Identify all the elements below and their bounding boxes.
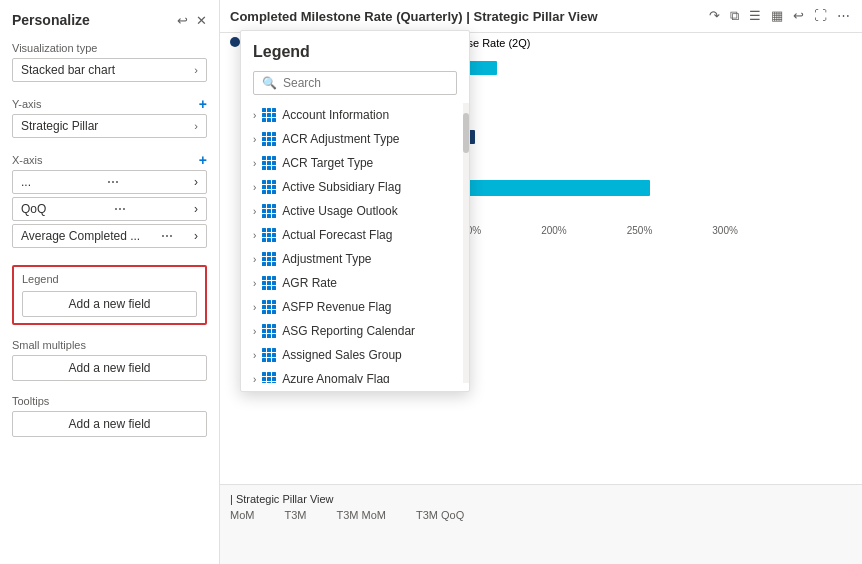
list-item[interactable]: › Active Subsidiary Flag [241, 175, 469, 199]
x-axis-field-1[interactable]: ... ⋯ › [12, 170, 207, 194]
item-label: ACR Target Type [282, 156, 373, 170]
small-multiples-section: Small multiples Add a new field [12, 339, 207, 381]
list-item[interactable]: › Active Usage Outlook [241, 199, 469, 223]
more-icon[interactable]: ⋯ [114, 202, 126, 216]
chevron-right-icon: › [194, 229, 198, 243]
x-axis-field-2[interactable]: QoQ ⋯ › [12, 197, 207, 221]
more-icon[interactable]: ⋯ [161, 229, 173, 243]
tab-mom[interactable]: MoM [230, 509, 254, 521]
tab-t3m-qoq[interactable]: T3M QoQ [416, 509, 464, 521]
tab-t3m-mom[interactable]: T3M MoM [336, 509, 386, 521]
tooltips-section: Tooltips Add a new field [12, 395, 207, 437]
close-icon[interactable]: ✕ [196, 13, 207, 28]
list-icon[interactable]: ☰ [747, 6, 763, 26]
undo-icon[interactable]: ↩ [177, 13, 188, 28]
y-axis-dropdown[interactable]: Strategic Pillar › [12, 114, 207, 138]
bottom-tabs-row: MoM T3M T3M MoM T3M QoQ [230, 509, 852, 521]
expand-icon: › [253, 278, 256, 289]
expand-icon[interactable]: ⛶ [812, 6, 829, 26]
list-item[interactable]: › ACR Target Type [241, 151, 469, 175]
viz-type-dropdown[interactable]: Stacked bar chart › [12, 58, 207, 82]
dropdown-title: Legend [241, 43, 469, 71]
y-axis-header: Y-axis + [12, 96, 207, 112]
grid-icon [262, 180, 276, 194]
copy-icon[interactable]: ⧉ [728, 6, 741, 26]
more-icon[interactable]: ⋯ [835, 6, 852, 26]
tab-t3m[interactable]: T3M [284, 509, 306, 521]
list-item[interactable]: › Assigned Sales Group [241, 343, 469, 367]
x-axis-section: X-axis + ... ⋯ › QoQ ⋯ › Average Complet… [12, 152, 207, 251]
list-item[interactable]: › Azure Anomaly Flag [241, 367, 469, 383]
x-label-250: 250% [627, 225, 653, 236]
grid-icon [262, 252, 276, 266]
chart-icon[interactable]: ▦ [769, 6, 785, 26]
expand-icon: › [253, 206, 256, 217]
legend-add-field-btn[interactable]: Add a new field [22, 291, 197, 317]
x-axis-header: X-axis + [12, 152, 207, 168]
grid-icon [262, 276, 276, 290]
list-item[interactable]: › Actual Forecast Flag [241, 223, 469, 247]
grid-icon [262, 132, 276, 146]
chevron-right-icon: › [194, 175, 198, 189]
item-label: Actual Forecast Flag [282, 228, 392, 242]
grid-icon [262, 204, 276, 218]
list-item[interactable]: › ASFP Revenue Flag [241, 295, 469, 319]
grid-icon [262, 228, 276, 242]
scrollbar-thumb[interactable] [463, 113, 469, 153]
chevron-right-icon: › [194, 120, 198, 132]
dropdown-list: › Account Information › ACR Adjustment T… [241, 103, 469, 383]
expand-icon: › [253, 326, 256, 337]
grid-icon [262, 156, 276, 170]
scrollbar-track [463, 103, 469, 383]
search-icon: 🔍 [262, 76, 277, 90]
grid-icon [262, 300, 276, 314]
item-label: ASG Reporting Calendar [282, 324, 415, 338]
cursor-icon[interactable]: ↷ [707, 6, 722, 26]
chevron-right-icon: › [194, 202, 198, 216]
expand-icon: › [253, 254, 256, 265]
personalize-panel: Personalize ↩ ✕ Visualization type Stack… [0, 0, 220, 564]
item-label: Assigned Sales Group [282, 348, 401, 362]
expand-icon: › [253, 374, 256, 384]
expand-icon: › [253, 134, 256, 145]
item-label: Adjustment Type [282, 252, 371, 266]
search-box[interactable]: 🔍 [253, 71, 457, 95]
chart-title: Completed Milestone Rate (Quarterly) | S… [230, 9, 598, 24]
y-axis-add-btn[interactable]: + [199, 96, 207, 112]
tooltips-add-btn[interactable]: Add a new field [12, 411, 207, 437]
grid-icon [262, 348, 276, 362]
panel-title: Personalize [12, 12, 90, 28]
chart-header: Completed Milestone Rate (Quarterly) | S… [220, 0, 862, 33]
bottom-area: | Strategic Pillar View MoM T3M T3M MoM … [220, 484, 862, 564]
more-icon[interactable]: ⋯ [107, 175, 119, 189]
x-label-200: 200% [541, 225, 567, 236]
legend-dropdown: Legend 🔍 › Account Information › [240, 30, 470, 392]
panel-header: Personalize ↩ ✕ [12, 12, 207, 28]
undo-icon[interactable]: ↩ [791, 6, 806, 26]
search-input[interactable] [283, 76, 448, 90]
chart-toolbar: ↷ ⧉ ☰ ▦ ↩ ⛶ ⋯ [707, 6, 852, 26]
item-label: ASFP Revenue Flag [282, 300, 391, 314]
grid-icon [262, 324, 276, 338]
expand-icon: › [253, 110, 256, 121]
item-label: Account Information [282, 108, 389, 122]
y-axis-section: Y-axis + Strategic Pillar › [12, 96, 207, 138]
list-item[interactable]: › ACR Adjustment Type [241, 127, 469, 151]
item-label: AGR Rate [282, 276, 337, 290]
expand-icon: › [253, 350, 256, 361]
item-label: Active Usage Outlook [282, 204, 397, 218]
list-item[interactable]: › AGR Rate [241, 271, 469, 295]
viz-type-section: Visualization type Stacked bar chart › [12, 42, 207, 82]
expand-icon: › [253, 230, 256, 241]
viz-type-label: Visualization type [12, 42, 207, 54]
x-axis-field-3[interactable]: Average Completed ... ⋯ › [12, 224, 207, 248]
list-item[interactable]: › Adjustment Type [241, 247, 469, 271]
small-multiples-add-btn[interactable]: Add a new field [12, 355, 207, 381]
list-item[interactable]: › Account Information [241, 103, 469, 127]
expand-icon: › [253, 302, 256, 313]
list-item[interactable]: › ASG Reporting Calendar [241, 319, 469, 343]
expand-icon: › [253, 182, 256, 193]
x-axis-add-btn[interactable]: + [199, 152, 207, 168]
dot-blue [230, 37, 240, 47]
item-label: Azure Anomaly Flag [282, 372, 389, 383]
